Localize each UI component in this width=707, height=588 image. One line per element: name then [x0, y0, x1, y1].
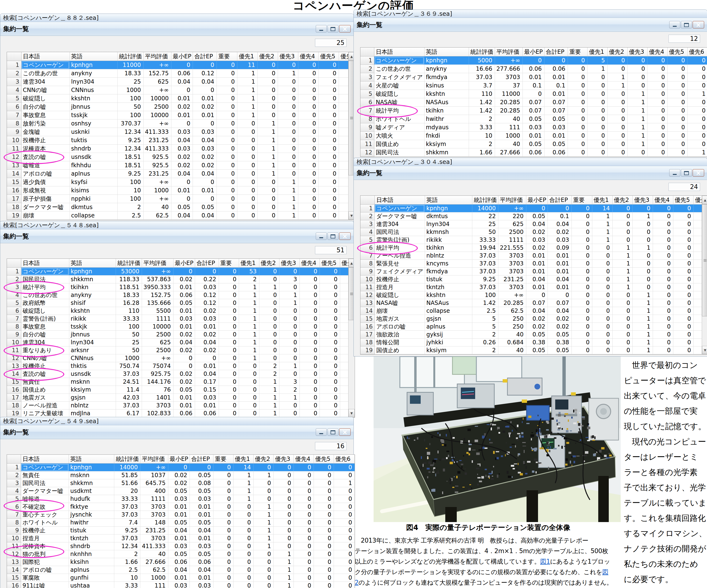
- table-row[interactable]: 8事故窒息tsskjk100100000.010.01010000: [7, 323, 355, 331]
- table-row[interactable]: 14崩壊collapse2.562.50.040.04000100: [361, 307, 707, 315]
- table-row[interactable]: 16形成無視kisims1010000.010.01000100: [7, 186, 354, 195]
- table-row[interactable]: 2無責任msknn51.8510370.020.050110000: [7, 472, 355, 479]
- column-header[interactable]: 優先4: [653, 196, 673, 205]
- table-row[interactable]: 12破綻隠しkkshtn100+∞00000100: [361, 291, 707, 299]
- table-row[interactable]: 5破綻隠しkkshtn1101100000.010001001: [361, 90, 707, 98]
- figure-reference-link[interactable]: 図1: [540, 558, 550, 565]
- table-row[interactable]: 9投機停止tistuk9.25231.250.040.040010000: [7, 527, 355, 534]
- table-row[interactable]: 8放射汚染osnhsy370.37+∞00001000: [7, 119, 354, 128]
- table-row[interactable]: 19リニア大量破壊mdJlna6.17102.8330.060.06001000: [7, 410, 355, 417]
- restore-button[interactable]: [328, 233, 338, 240]
- column-header[interactable]: 英語: [424, 47, 469, 57]
- column-header[interactable]: 優先6: [334, 455, 355, 463]
- minimize-button[interactable]: [316, 428, 327, 436]
- table-row[interactable]: 4ダークマター嘘usdkmt204000.050.050100000: [7, 487, 355, 495]
- table-row[interactable]: 8ホワイトヘルhwithr2400.050.050001000: [361, 115, 707, 123]
- table-row[interactable]: 9自分の嘘jbnnus5025000.020.02010000: [7, 331, 355, 339]
- table-row[interactable]: 1コペンハーゲンkpnhgn14000+∞0001400000: [7, 463, 355, 472]
- column-header[interactable]: 合計EP: [195, 259, 219, 268]
- column-header[interactable]: 重要: [568, 47, 587, 57]
- table-row[interactable]: 15軍腐敗gunfhi1010000.010.010001000: [7, 574, 355, 582]
- column-header[interactable]: 平均評価: [140, 455, 168, 463]
- column-header[interactable]: 優先4: [300, 259, 320, 268]
- close-button[interactable]: ×: [339, 233, 350, 240]
- panel-titlebar[interactable]: 集約一覧 ×: [354, 166, 707, 180]
- table-row[interactable]: 18ノーベル捏造nblntz37.0337030.010.01001000: [7, 402, 355, 410]
- table-row[interactable]: 3連雲304lnyn304256250.040.04010000: [361, 220, 707, 228]
- table-row[interactable]: 8ホワイトヘルhwithr7.41480.050.050010000: [7, 519, 355, 527]
- window-titlebar[interactable]: 検索[コペンハーゲン＿３０４.sea]: [354, 158, 707, 166]
- table-row[interactable]: 7重心チェックjysnchk37.0337030.010.010010000: [7, 511, 355, 519]
- table-row[interactable]: 5政府紙幣shisif16.28135.6660.050.12010100: [7, 299, 355, 307]
- window-titlebar[interactable]: 検索[コペンハーゲン＿５４９.sea]: [0, 417, 354, 425]
- table-row[interactable]: 6不確定故fkktye37.0337030.010.010010000: [7, 503, 355, 511]
- column-header[interactable]: 優先2: [259, 259, 279, 268]
- column-header[interactable]: 日本語: [21, 455, 69, 463]
- table-row[interactable]: 10投機停止tuktis9.25231.250.040.04001000: [7, 136, 354, 144]
- column-header[interactable]: 合計EP: [548, 196, 572, 205]
- column-header[interactable]: 優先2: [258, 52, 278, 61]
- table-row[interactable]: 12査読の嘘usnsdk18.51925.50.020.02001000: [7, 153, 354, 161]
- column-header[interactable]: 優先1: [239, 259, 259, 268]
- close-button[interactable]: ×: [339, 25, 350, 33]
- panel-titlebar[interactable]: 集約一覧 ×: [0, 229, 354, 243]
- figure-reference-link[interactable]: 2: [355, 579, 359, 586]
- table-row[interactable]: 1コペンハーゲンkpnhgn53000+∞000530000: [7, 268, 355, 275]
- column-header[interactable]: 日本語: [21, 259, 69, 268]
- minimize-button[interactable]: [669, 169, 680, 177]
- table-row[interactable]: 11捏造月tkntzh37.0337030.010.01001000: [361, 283, 707, 291]
- table-row[interactable]: 7統計平均tkihkn1.4220.2850.070.070001000: [361, 107, 707, 115]
- minimize-button[interactable]: [669, 21, 680, 28]
- column-header[interactable]: 統計評価: [117, 52, 143, 61]
- table-row[interactable]: 3国民司法shkkmn51.66645.750.020.080100001: [7, 479, 355, 487]
- table-row[interactable]: 4CNNの嘘CNNnus1000+∞00010000: [7, 86, 354, 94]
- column-header[interactable]: 優先1: [592, 196, 612, 205]
- vertical-scrollbar[interactable]: ▲▼: [702, 196, 707, 354]
- column-header[interactable]: 優先3: [279, 259, 300, 268]
- column-header[interactable]: 日本語: [21, 52, 70, 61]
- scroll-thumb[interactable]: [702, 204, 707, 316]
- table-row[interactable]: 2国民司法shkkmn118.33537.8630.020.22020300: [7, 275, 355, 283]
- column-header[interactable]: 優先5: [314, 455, 334, 463]
- close-button[interactable]: ×: [693, 21, 704, 28]
- record-count[interactable]: 25: [315, 39, 346, 47]
- table-row[interactable]: 16国債止めkksiym11.4760.050.15001200: [7, 386, 355, 394]
- column-header[interactable]: 重要: [572, 196, 592, 205]
- column-header[interactable]: 最小EP: [168, 455, 190, 463]
- minimize-button[interactable]: [316, 25, 327, 33]
- column-header[interactable]: 英語: [69, 259, 116, 268]
- table-row[interactable]: 3統計平均tkihkn118.513950.3330.010.03011000: [7, 283, 355, 291]
- close-button[interactable]: ×: [693, 169, 704, 177]
- table-row[interactable]: 6破綻隠しkkshtn11055000.010.02010000: [7, 307, 355, 315]
- table-row[interactable]: 10大噴火fnkdi1010000.010.010001000: [361, 132, 707, 140]
- table-row[interactable]: 19崩壊collapse2.562.50.040.04000100: [7, 211, 354, 220]
- table-row[interactable]: 2この世あの世anykny16.66277.6660.060.060100000: [361, 65, 707, 73]
- column-header[interactable]: 統計評価: [472, 196, 498, 205]
- table-row[interactable]: 10投機停止tistuk9.25231.250.040.04001000: [361, 275, 707, 283]
- table-row[interactable]: 14アポロの嘘aplnus9.25231.250.040.04001000: [7, 170, 354, 178]
- table-row[interactable]: 4この世あの世anykny18.33152.750.060.12010100: [7, 291, 355, 299]
- panel-titlebar[interactable]: 集約一覧 ×: [354, 18, 707, 32]
- table-row[interactable]: 7霊警告(計画)rikikk33.3311110.030.03010000: [7, 315, 355, 323]
- column-header[interactable]: 平均評価: [143, 52, 171, 61]
- column-header[interactable]: 平均評価: [498, 196, 526, 205]
- column-header[interactable]: 重要: [219, 259, 239, 268]
- column-header[interactable]: 平均評価: [495, 47, 523, 57]
- column-header[interactable]: 優先2: [254, 455, 273, 463]
- restore-button[interactable]: [681, 21, 692, 28]
- column-header[interactable]: 優先1: [237, 52, 258, 61]
- column-header[interactable]: 合計EP: [193, 52, 217, 61]
- table-row[interactable]: 12国民司法shkkmn1.6627.6660.060.060000001: [361, 148, 707, 157]
- table-row[interactable]: 7ノーベル捏造nblntz37.0337030.010.01001000: [361, 252, 707, 260]
- column-header[interactable]: 英語: [70, 52, 117, 61]
- table-row[interactable]: 4国民司法kkmnsh5025000.020.02010000: [361, 228, 707, 236]
- table-row[interactable]: 15地震ガスgsjsn52500.020.02000100: [361, 315, 707, 323]
- restore-button[interactable]: [328, 428, 338, 436]
- column-header[interactable]: 日本語: [375, 196, 425, 205]
- table-row[interactable]: 17原子炉損傷npphki100+∞00000100: [7, 195, 354, 203]
- table-row[interactable]: 6統計平均tkihkn19.94221.5550.020.09001100: [361, 244, 707, 252]
- table-row[interactable]: 2ダークマター嘘dkmtus222200.050.1010100: [361, 212, 707, 220]
- table-row[interactable]: 14アポロの嘘aplnus2.562.50.040.040001000: [7, 566, 355, 574]
- column-header[interactable]: 合計EP: [544, 47, 568, 57]
- column-header[interactable]: 優先3: [278, 52, 298, 61]
